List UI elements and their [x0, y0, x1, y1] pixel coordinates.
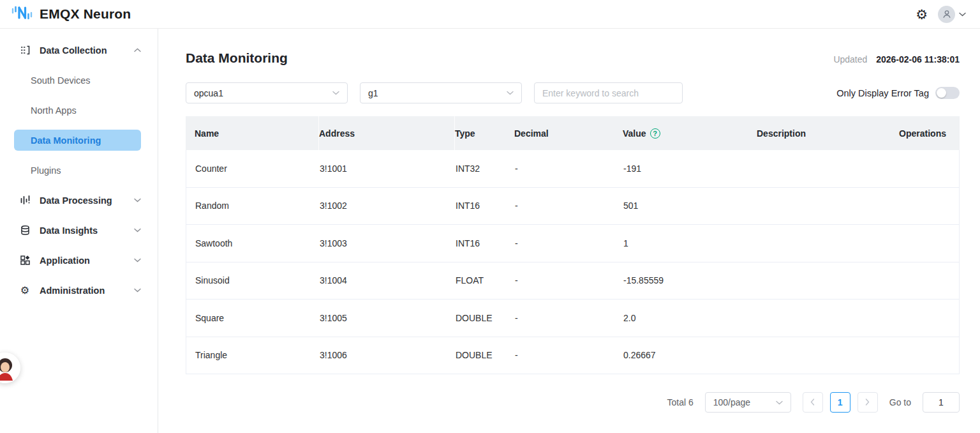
- node-select-value: opcua1: [194, 88, 223, 98]
- chevron-down-icon: [776, 400, 783, 405]
- cell-type: INT16: [456, 238, 515, 248]
- page-number-button[interactable]: 1: [830, 392, 850, 413]
- sidebar-item-label: Data Insights: [40, 225, 134, 236]
- chevron-left-icon: [810, 397, 815, 407]
- cell-name: Sinusoid: [186, 275, 320, 285]
- user-menu[interactable]: [938, 6, 966, 23]
- cell-decimal: -: [515, 313, 623, 323]
- next-page-button[interactable]: [858, 392, 878, 413]
- page-size-select[interactable]: 100/page: [705, 392, 791, 413]
- chevron-down-icon: [134, 228, 141, 232]
- active-item-pill: Data Monitoring: [14, 130, 141, 151]
- group-select-value: g1: [368, 88, 378, 98]
- settings-gear-icon[interactable]: ⚙: [916, 8, 928, 21]
- column-header-type: Type: [455, 128, 514, 139]
- cell-type: INT32: [456, 163, 515, 174]
- chevron-down-icon: [134, 198, 141, 202]
- column-header-description: Description: [757, 128, 887, 139]
- cell-value: 0.26667: [623, 350, 757, 360]
- sidebar-item-data-insights[interactable]: Data Insights: [0, 215, 158, 245]
- cell-type: DOUBLE: [456, 313, 515, 323]
- cell-value: -191: [623, 163, 757, 174]
- sidebar-item-label: Plugins: [31, 165, 61, 176]
- main-content: Data Monitoring Updated 2026-02-06 11:38…: [158, 29, 980, 433]
- cell-value: 2.0: [623, 313, 757, 323]
- table-row: Square 3!1005 DOUBLE - 2.0: [186, 300, 959, 337]
- cell-value: 501: [623, 201, 757, 211]
- cell-type: FLOAT: [456, 275, 515, 285]
- sidebar-item-plugins[interactable]: Plugins: [0, 155, 158, 185]
- current-page-number: 1: [838, 397, 843, 407]
- neuron-logo-icon: [10, 4, 33, 24]
- cell-name: Random: [186, 201, 320, 211]
- brand-logo[interactable]: EMQX Neuron: [10, 4, 131, 24]
- equalizer-icon: [19, 195, 31, 206]
- collection-icon: [19, 45, 31, 56]
- group-select[interactable]: g1: [360, 82, 522, 103]
- search-input[interactable]: [534, 82, 683, 103]
- cell-type: INT16: [456, 201, 515, 211]
- topbar: EMQX Neuron ⚙: [0, 0, 980, 29]
- brand-name: EMQX Neuron: [40, 6, 131, 22]
- sidebar-item-label: Data Monitoring: [31, 135, 101, 146]
- page-size-value: 100/page: [713, 397, 750, 407]
- error-tag-toggle-label: Only Display Error Tag: [836, 88, 929, 98]
- goto-page-input[interactable]: [923, 392, 960, 413]
- table-header-row: Name Address Type Decimal Value ? Descri…: [186, 116, 960, 150]
- chevron-down-icon: [507, 91, 514, 95]
- table-row: Counter 3!1001 INT32 - -191: [186, 150, 959, 188]
- tag-table: Name Address Type Decimal Value ? Descri…: [186, 116, 960, 374]
- cell-value: -15.85559: [623, 275, 757, 285]
- cell-address: 3!1001: [320, 163, 456, 174]
- cell-name: Triangle: [186, 350, 320, 360]
- toggle-knob: [937, 88, 946, 98]
- cell-address: 3!1006: [320, 350, 456, 360]
- cell-decimal: -: [515, 201, 623, 211]
- column-header-operations: Operations: [887, 128, 960, 139]
- table-row: Sawtooth 3!1003 INT16 - 1: [186, 225, 959, 262]
- sidebar-item-data-processing[interactable]: Data Processing: [0, 185, 158, 215]
- cell-name: Counter: [186, 163, 320, 174]
- column-header-address: Address: [319, 116, 455, 150]
- chevron-down-icon: [332, 91, 339, 95]
- chevron-down-icon: [959, 12, 966, 17]
- table-body: Counter 3!1001 INT32 - -191 Random 3!100…: [186, 150, 960, 374]
- prev-page-button[interactable]: [803, 392, 823, 413]
- user-avatar-icon: [938, 6, 955, 23]
- cell-name: Square: [186, 313, 320, 323]
- table-row: Sinusoid 3!1004 FLOAT - -15.85559: [186, 262, 959, 300]
- sidebar-item-application[interactable]: Application: [0, 245, 158, 275]
- sidebar: Data Collection South Devices North Apps…: [0, 29, 158, 433]
- chevron-down-icon: [134, 288, 141, 292]
- sidebar-item-north-apps[interactable]: North Apps: [0, 95, 158, 125]
- database-icon: [19, 225, 31, 236]
- chevron-right-icon: [865, 397, 870, 407]
- column-header-name: Name: [186, 116, 319, 150]
- sidebar-item-label: Data Collection: [40, 45, 134, 56]
- sidebar-item-label: Administration: [40, 285, 134, 296]
- sidebar-item-label: North Apps: [31, 105, 77, 116]
- chevron-up-icon: [134, 48, 141, 52]
- sidebar-item-south-devices[interactable]: South Devices: [0, 65, 158, 95]
- cell-name: Sawtooth: [186, 238, 320, 248]
- cell-decimal: -: [515, 238, 623, 248]
- pagination: Total 6 100/page 1: [186, 392, 960, 413]
- sidebar-item-administration[interactable]: ⚙ Administration: [0, 275, 158, 305]
- error-tag-toggle[interactable]: [935, 87, 960, 99]
- table-row: Random 3!1002 INT16 - 501: [186, 188, 959, 225]
- sidebar-item-label: Application: [40, 255, 134, 266]
- cell-address: 3!1003: [320, 238, 456, 248]
- apps-icon: [19, 255, 31, 266]
- cell-value: 1: [623, 238, 757, 248]
- goto-label: Go to: [889, 397, 911, 407]
- sidebar-item-label: Data Processing: [40, 195, 134, 206]
- gear-icon: ⚙: [19, 284, 31, 296]
- sidebar-item-data-monitoring[interactable]: Data Monitoring: [0, 125, 158, 155]
- sidebar-item-label: South Devices: [31, 75, 91, 86]
- sidebar-item-data-collection[interactable]: Data Collection: [0, 35, 158, 65]
- question-circle-icon[interactable]: ?: [650, 128, 660, 139]
- value-header-label: Value: [623, 128, 646, 139]
- page-title: Data Monitoring: [186, 50, 288, 66]
- node-select[interactable]: opcua1: [186, 82, 348, 103]
- cell-address: 3!1004: [320, 275, 456, 285]
